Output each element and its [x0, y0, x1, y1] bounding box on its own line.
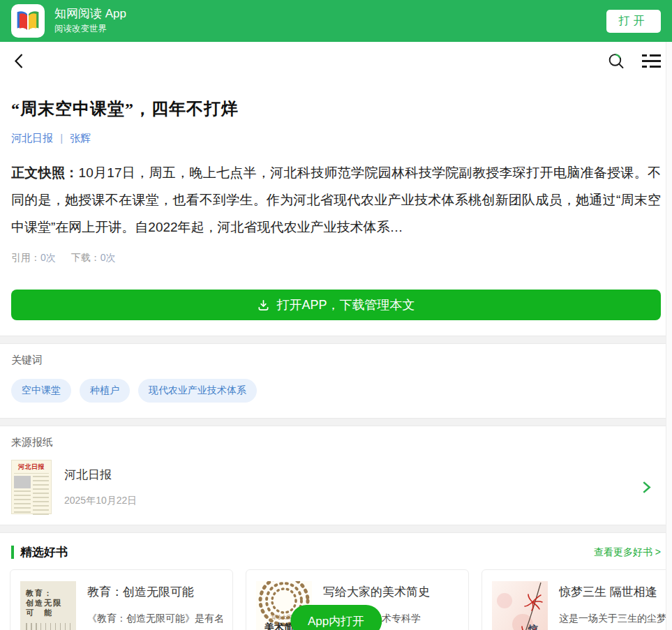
featured-books-header: 精选好书 查看更多好书 >	[0, 533, 672, 569]
catalog-list-icon[interactable]	[642, 54, 661, 68]
newspaper-thumb-masthead: 河北日报	[14, 463, 49, 474]
keywords-section: 关键词 空中课堂 种植户 现代农业产业技术体系	[0, 344, 672, 418]
thumb-image-placeholder	[14, 476, 31, 488]
cover-text: 教育：	[26, 588, 70, 598]
open-book-icon	[15, 10, 40, 32]
cite-label: 引用：	[11, 252, 40, 263]
section-divider	[0, 525, 672, 533]
book-desc: 这是一场关于三生的尘梦。	[559, 608, 672, 629]
newspaper-thumbnail: 河北日报	[11, 460, 52, 514]
article-snapshot: 正文快照：10月17日，周五，晚上七点半，河北科技师范学院园林科技学院副教授李琛…	[11, 159, 661, 241]
featured-books-title: 精选好书	[20, 544, 68, 560]
open-app-download-label: 打开APP，下载管理本文	[276, 297, 415, 313]
book-title: 写给大家的美术简史	[323, 584, 458, 600]
book-title: 惊梦三生 隔世相逢	[559, 584, 672, 600]
open-app-download-button[interactable]: 打开APP，下载管理本文	[11, 290, 661, 320]
newspaper-name: 河北日报	[64, 467, 137, 483]
download-label: 下载：	[71, 252, 100, 263]
source-paper-section: 来源报纸 河北日报 河北日报 2025年10月22日	[0, 426, 672, 525]
open-app-button[interactable]: 打开	[606, 10, 661, 33]
source-paper-label: 来源报纸	[11, 436, 661, 449]
nav-bar	[0, 42, 672, 80]
section-accent-bar	[11, 546, 14, 559]
newspaper-date: 2025年10月22日	[64, 495, 137, 507]
keyword-tag[interactable]: 现代农业产业技术体系	[138, 379, 257, 403]
download-icon	[257, 299, 270, 312]
section-divider	[0, 336, 672, 344]
back-icon[interactable]	[11, 52, 27, 70]
keywords-label: 关键词	[11, 354, 661, 367]
article-stats: 引用：0次 下载：0次	[11, 252, 661, 264]
download-count: 0次	[100, 252, 116, 263]
article-author-link[interactable]: 张辉	[70, 132, 91, 144]
app-title: 知网阅读 App	[54, 7, 126, 20]
app-subtitle: 阅读改变世界	[54, 23, 126, 35]
cover-text: 可 能	[26, 608, 70, 617]
cite-count: 0次	[40, 252, 56, 263]
cover-text: 创造无限	[26, 598, 70, 608]
cover-text: 惊	[528, 624, 538, 630]
book-cover: 惊 梦 三 生	[492, 581, 548, 630]
book-card[interactable]: 教育： 创造无限 可 能 教育：创造无限可能 《教育：创造无限可能》是有名 教育…	[10, 569, 233, 630]
keyword-tag[interactable]: 种植户	[80, 379, 130, 403]
book-cover: 教育： 创造无限 可 能	[20, 581, 76, 630]
more-books-link[interactable]: 查看更多好书 >	[594, 546, 661, 559]
book-card[interactable]: 惊 梦 三 生 惊梦三生 隔世相逢 这是一场关于三生的尘梦。 &nbsp; 她是…	[481, 569, 672, 630]
source-paper-row[interactable]: 河北日报 河北日报 2025年10月22日	[11, 460, 661, 514]
open-in-app-floating-button[interactable]: App内打开	[290, 605, 382, 630]
book-title: 教育：创造无限可能	[87, 584, 223, 600]
keyword-tag[interactable]: 空中课堂	[11, 379, 71, 403]
scrollbar-track[interactable]	[666, 42, 672, 630]
app-logo	[11, 4, 45, 38]
snapshot-label: 正文快照：	[11, 165, 79, 180]
book-desc: 《教育：创造无限可能》是有名	[87, 608, 223, 629]
article-source-link[interactable]: 河北日报	[11, 132, 53, 144]
search-icon[interactable]	[607, 52, 625, 70]
snapshot-text: 10月17日，周五，晚上七点半，河北科技师范学院园林科技学院副教授李琛打开电脑准…	[11, 165, 661, 234]
section-divider	[0, 418, 672, 426]
chevron-right-icon[interactable]	[642, 481, 651, 494]
byline-separator: |	[60, 132, 63, 144]
article-byline: 河北日报 | 张辉	[11, 132, 661, 145]
article-section: “周末空中课堂”，四年不打烊 河北日报 | 张辉 正文快照：10月17日，周五，…	[0, 98, 672, 336]
article-title: “周末空中课堂”，四年不打烊	[11, 98, 661, 120]
app-banner: 知网阅读 App 阅读改变世界 打开	[0, 0, 672, 42]
